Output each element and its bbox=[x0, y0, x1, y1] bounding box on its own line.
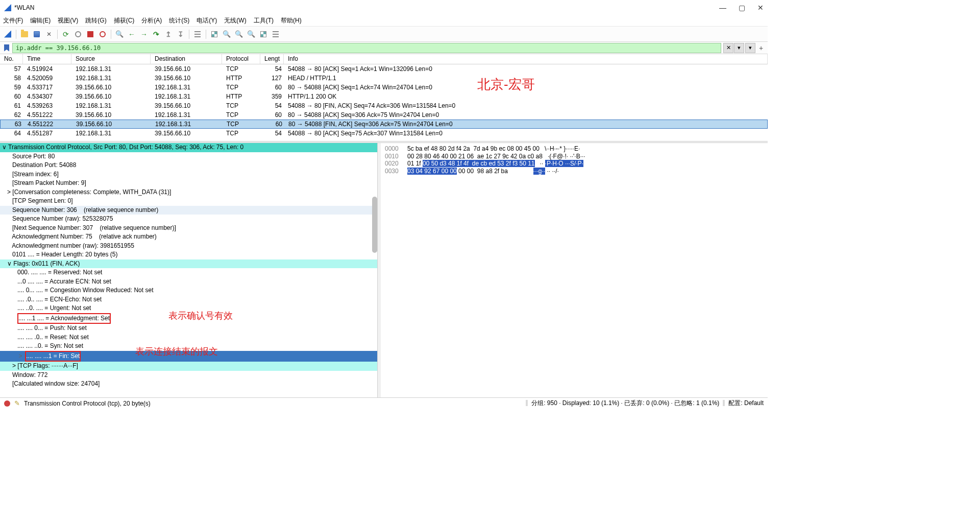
layout-icon[interactable] bbox=[270, 29, 281, 40]
close-button[interactable]: ✕ bbox=[757, 4, 764, 12]
bookmark-icon[interactable] bbox=[2, 43, 11, 53]
autoscroll-icon[interactable] bbox=[192, 29, 203, 40]
col-no[interactable]: No. bbox=[0, 54, 23, 64]
clear-filter-icon[interactable]: ✕ bbox=[723, 43, 733, 53]
annotation-ack: 表示确认号有效 bbox=[168, 312, 233, 321]
status-bar: ✎ Transmission Control Protocol (tcp), 2… bbox=[0, 397, 768, 409]
jump-icon[interactable]: ↷ bbox=[151, 29, 162, 40]
detail-line[interactable]: [Calculated window size: 24704] bbox=[0, 380, 377, 389]
menu-item[interactable]: 文件(F) bbox=[3, 16, 23, 25]
goto-last-icon[interactable]: ↧ bbox=[175, 29, 186, 40]
packet-row[interactable]: 584.520059192.168.1.3139.156.66.10HTTP12… bbox=[0, 74, 768, 83]
status-profile[interactable]: 配置: Default bbox=[728, 399, 764, 408]
packet-list-header: No. Time Source Destination Protocol Len… bbox=[0, 54, 768, 64]
add-filter-icon[interactable]: + bbox=[756, 43, 766, 53]
packet-row[interactable]: 574.519924192.168.1.3139.156.66.10TCP545… bbox=[0, 64, 768, 74]
detail-line[interactable]: 0101 .... = Header Length: 20 bytes (5) bbox=[0, 250, 377, 259]
detail-line[interactable]: Window: 772 bbox=[0, 371, 377, 380]
prev-icon[interactable]: ← bbox=[126, 29, 137, 40]
menu-bar: 文件(F)编辑(E)视图(V)跳转(G)捕获(C)分析(A)统计(S)电话(Y)… bbox=[0, 15, 768, 27]
save-icon[interactable] bbox=[31, 29, 42, 40]
detail-line[interactable]: ...0 .... .... = Accurate ECN: Not set bbox=[0, 277, 377, 287]
packet-row[interactable]: 644.551287192.168.1.3139.156.66.10TCP545… bbox=[0, 129, 768, 138]
detail-line[interactable]: .... 0... .... = Congestion Window Reduc… bbox=[0, 286, 377, 295]
app-icon bbox=[4, 4, 11, 11]
resize-columns-icon[interactable] bbox=[258, 29, 269, 40]
detail-line[interactable]: .... .... 0... = Push: Not set bbox=[0, 324, 377, 333]
detail-line[interactable]: > [TCP Flags: ·······A···F] bbox=[0, 362, 377, 371]
main-toolbar: ✕ ⟳ 🔍 ← → ↷ ↥ ↧ 🔍 🔍 🔍 bbox=[0, 27, 768, 42]
menu-item[interactable]: 统计(S) bbox=[169, 16, 189, 25]
filter-toolbar: ✕ ▾ ▾ + bbox=[0, 42, 768, 54]
detail-line[interactable]: [Stream Packet Number: 9] bbox=[0, 179, 377, 188]
detail-line[interactable]: 000. .... .... = Reserved: Not set bbox=[0, 268, 377, 277]
status-main: Transmission Control Protocol (tcp), 20 … bbox=[24, 400, 151, 407]
window-title: *WLAN bbox=[14, 4, 34, 11]
zoom-out-icon[interactable]: 🔍 bbox=[233, 29, 244, 40]
status-packets: 分组: 950 · Displayed: 10 (1.1%) · 已丢弃: 0 … bbox=[531, 399, 719, 408]
detail-line[interactable]: Acknowledgment Number: 75 (relative ack … bbox=[0, 232, 377, 242]
maximize-button[interactable]: ▢ bbox=[739, 4, 745, 12]
col-source[interactable]: Source bbox=[71, 54, 151, 64]
menu-item[interactable]: 分析(A) bbox=[141, 16, 162, 25]
app-icon-btn[interactable] bbox=[2, 29, 13, 40]
packet-row[interactable]: 634.55122239.156.66.10192.168.1.31TCP608… bbox=[0, 120, 768, 129]
detail-line[interactable]: [Next Sequence Number: 307 (relative seq… bbox=[0, 224, 377, 233]
find-icon[interactable]: 🔍 bbox=[114, 29, 125, 40]
menu-item[interactable]: 工具(T) bbox=[254, 16, 274, 25]
zoom-in-icon[interactable]: 🔍 bbox=[221, 29, 232, 40]
detail-line[interactable]: .... .... .0.. = Reset: Not set bbox=[0, 333, 377, 342]
packet-row[interactable]: 594.53371739.156.66.10192.168.1.31TCP608… bbox=[0, 83, 768, 92]
minimize-button[interactable]: — bbox=[719, 4, 726, 12]
menu-item[interactable]: 帮助(H) bbox=[281, 16, 302, 25]
packet-row[interactable]: 614.539263192.168.1.3139.156.66.10TCP545… bbox=[0, 101, 768, 110]
restart-capture-icon[interactable]: ⟳ bbox=[60, 29, 71, 40]
start-capture-icon[interactable] bbox=[72, 29, 84, 40]
detail-line[interactable]: Acknowledgment number (raw): 3981651955 bbox=[0, 242, 377, 251]
packet-row[interactable]: 604.53430739.156.66.10192.168.1.31HTTP35… bbox=[0, 92, 768, 101]
scrollbar-thumb[interactable] bbox=[372, 197, 377, 253]
packet-list[interactable]: 北京-宏哥 574.519924192.168.1.3139.156.66.10… bbox=[0, 64, 768, 141]
menu-item[interactable]: 捕获(C) bbox=[114, 16, 135, 25]
menu-item[interactable]: 电话(Y) bbox=[197, 16, 217, 25]
goto-first-icon[interactable]: ↥ bbox=[163, 29, 174, 40]
next-icon[interactable]: → bbox=[138, 29, 150, 40]
col-time[interactable]: Time bbox=[23, 54, 71, 64]
packet-bytes[interactable]: 00005c ba ef 48 80 2d f4 2a 7d a4 9b ec … bbox=[381, 143, 768, 397]
expert-mode-icon[interactable]: ✎ bbox=[14, 399, 20, 407]
display-filter-input[interactable] bbox=[12, 43, 721, 53]
detail-line[interactable]: ∨ Flags: 0x011 (FIN, ACK) bbox=[0, 259, 377, 269]
detail-line[interactable]: Sequence Number: 306 (relative sequence … bbox=[0, 206, 377, 215]
close-file-icon[interactable]: ✕ bbox=[43, 29, 55, 40]
col-destination[interactable]: Destination bbox=[151, 54, 222, 64]
col-length[interactable]: Lengt bbox=[260, 54, 284, 64]
expert-info-icon[interactable] bbox=[4, 400, 10, 407]
detail-line[interactable]: Sequence Number (raw): 525328075 bbox=[0, 215, 377, 224]
menu-item[interactable]: 编辑(E) bbox=[30, 16, 51, 25]
detail-line[interactable]: Destination Port: 54088 bbox=[0, 161, 377, 170]
packet-details[interactable]: ∨ Transmission Control Protocol, Src Por… bbox=[0, 143, 378, 397]
annotation-fin: 表示连接结束的报文 bbox=[135, 347, 218, 357]
stop-capture-icon[interactable] bbox=[85, 29, 96, 40]
menu-item[interactable]: 跳转(G) bbox=[85, 16, 106, 25]
title-bar: *WLAN — ▢ ✕ bbox=[0, 0, 768, 15]
col-info[interactable]: Info bbox=[284, 54, 768, 64]
menu-item[interactable]: 视图(V) bbox=[58, 16, 78, 25]
packet-row[interactable]: 624.55122239.156.66.10192.168.1.31TCP608… bbox=[0, 110, 768, 120]
filter-history-icon[interactable]: ▾ bbox=[734, 43, 744, 53]
zoom-reset-icon[interactable]: 🔍 bbox=[246, 29, 257, 40]
colorize-icon[interactable] bbox=[209, 29, 220, 40]
filter-expression-icon[interactable]: ▾ bbox=[745, 43, 755, 53]
col-protocol[interactable]: Protocol bbox=[222, 54, 260, 64]
detail-line[interactable]: Source Port: 80 bbox=[0, 152, 377, 161]
detail-line[interactable]: ∨ Transmission Control Protocol, Src Por… bbox=[0, 143, 377, 152]
open-icon[interactable] bbox=[19, 29, 30, 40]
capture-options-icon[interactable] bbox=[97, 29, 108, 40]
detail-line[interactable]: .... .0.. .... = ECN-Echo: Not set bbox=[0, 295, 377, 304]
detail-line[interactable]: [Stream index: 6] bbox=[0, 170, 377, 179]
detail-line[interactable]: > [Conversation completeness: Complete, … bbox=[0, 188, 377, 197]
watermark-annotation: 北京-宏哥 bbox=[477, 76, 535, 93]
menu-item[interactable]: 无线(W) bbox=[224, 16, 246, 25]
detail-line[interactable]: [TCP Segment Len: 0] bbox=[0, 197, 377, 206]
